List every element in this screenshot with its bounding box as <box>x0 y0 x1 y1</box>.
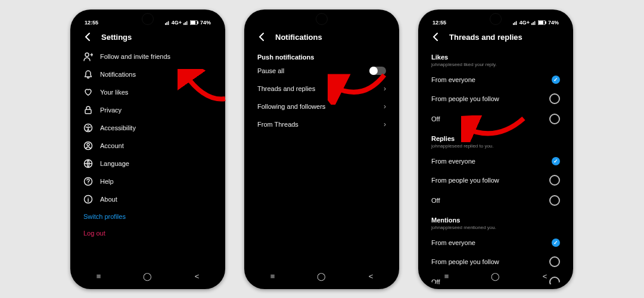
pause-all-toggle[interactable] <box>369 67 386 75</box>
group-head-likes: Likes <box>423 48 568 62</box>
settings-item-label: Accessibility <box>100 124 136 131</box>
svg-rect-21 <box>514 22 515 25</box>
log-out-link[interactable]: Log out <box>75 225 220 241</box>
back-button[interactable] <box>83 32 93 42</box>
nav-back[interactable]: < <box>543 272 547 281</box>
android-navbar[interactable]: ≡◯< <box>75 268 220 284</box>
chevron-right-icon: › <box>384 102 386 111</box>
settings-item-language[interactable]: Language <box>75 155 220 172</box>
svg-rect-7 <box>191 21 195 24</box>
option-label: From everyone <box>431 158 475 165</box>
notif-row-label: Threads and replies <box>257 85 315 92</box>
option-label: From people you follow <box>431 258 499 265</box>
group-hint: johnappleseed mentioned you. <box>423 225 568 234</box>
notif-row-label: From Threads <box>257 121 298 128</box>
network-icon <box>513 20 518 25</box>
svg-rect-28 <box>545 21 546 24</box>
globe-icon <box>83 159 93 168</box>
settings-item-account[interactable]: Account <box>75 137 220 155</box>
battery-pct: 74% <box>200 20 211 26</box>
nav-back[interactable]: < <box>195 272 200 281</box>
heart-icon <box>83 87 93 97</box>
battery-pct: 74% <box>548 20 559 26</box>
svg-point-9 <box>85 53 89 57</box>
status-time: 12:55 <box>433 20 446 26</box>
notif-row-from-threads[interactable]: From Threads› <box>249 115 394 133</box>
settings-item-follow-and-invite-friends[interactable]: Follow and invite friends <box>75 48 220 65</box>
radio-unselected[interactable] <box>549 175 560 186</box>
settings-item-label: Privacy <box>100 106 122 114</box>
settings-item-label: Language <box>100 160 129 167</box>
settings-item-accessibility[interactable]: Accessibility <box>75 119 220 137</box>
group-head-mentions: Mentions <box>423 211 568 225</box>
svg-rect-4 <box>185 22 186 25</box>
switch-profiles-link[interactable]: Switch profiles <box>75 208 220 225</box>
radio-unselected[interactable] <box>549 195 560 206</box>
pause-all-row[interactable]: Pause all <box>249 62 394 80</box>
page-title: Notifications <box>275 33 322 42</box>
notif-row-threads-and-replies[interactable]: Threads and replies› <box>249 80 394 98</box>
option-off[interactable]: Off <box>423 109 568 129</box>
settings-item-notifications[interactable]: Notifications <box>75 65 220 83</box>
radio-selected[interactable] <box>552 76 560 84</box>
svg-rect-10 <box>85 109 91 114</box>
option-label: From everyone <box>431 239 475 246</box>
group-hint: johnappleseed liked your reply. <box>423 62 568 71</box>
nav-home[interactable]: ◯ <box>317 272 326 281</box>
nav-back[interactable]: < <box>369 272 374 281</box>
bell-icon <box>83 70 93 79</box>
svg-rect-3 <box>183 23 185 25</box>
radio-selected[interactable] <box>552 239 560 247</box>
option-label: Off <box>431 197 440 204</box>
svg-rect-5 <box>186 21 188 25</box>
settings-item-label: Notifications <box>100 71 136 78</box>
help-icon <box>83 177 93 186</box>
settings-item-label: About <box>100 196 117 203</box>
settings-item-privacy[interactable]: Privacy <box>75 101 220 119</box>
signal-icon <box>531 20 536 25</box>
radio-unselected[interactable] <box>549 114 560 124</box>
svg-rect-24 <box>533 22 534 25</box>
option-from-everyone[interactable]: From everyone <box>423 152 568 170</box>
notif-row-following-and-followers[interactable]: Following and followers› <box>249 98 394 115</box>
settings-item-about[interactable]: About <box>75 190 220 208</box>
notif-row-label: Following and followers <box>257 103 325 110</box>
option-label: From people you follow <box>431 95 499 102</box>
nav-home[interactable]: ◯ <box>143 272 152 281</box>
chevron-right-icon: › <box>384 120 386 128</box>
info-icon <box>83 195 93 204</box>
group-head-replies: Replies <box>423 129 568 143</box>
svg-rect-25 <box>534 21 536 25</box>
radio-selected[interactable] <box>552 157 560 165</box>
signal-icon <box>183 20 188 25</box>
back-button[interactable] <box>431 32 441 42</box>
settings-item-label: Account <box>100 142 124 149</box>
option-from-everyone[interactable]: From everyone <box>423 234 568 252</box>
nav-recent[interactable]: ≡ <box>97 272 101 281</box>
svg-rect-20 <box>513 23 514 25</box>
group-hint: johnappleseed replied to you. <box>423 143 568 152</box>
settings-item-your-likes[interactable]: Your likes <box>75 83 220 101</box>
android-navbar[interactable]: ≡◯< <box>423 268 568 284</box>
user-plus-icon <box>83 52 93 61</box>
nav-home[interactable]: ◯ <box>491 272 500 281</box>
nav-recent[interactable]: ≡ <box>270 272 275 281</box>
radio-unselected[interactable] <box>549 256 560 267</box>
back-button[interactable] <box>257 32 267 42</box>
option-from-people-you-follow[interactable]: From people you follow <box>423 89 568 109</box>
settings-item-help[interactable]: Help <box>75 172 220 190</box>
option-from-everyone[interactable]: From everyone <box>423 71 568 89</box>
svg-rect-22 <box>516 21 517 25</box>
status-time: 12:55 <box>85 20 98 26</box>
android-navbar[interactable]: ≡◯< <box>249 268 394 284</box>
option-from-people-you-follow[interactable]: From people you follow <box>423 170 568 190</box>
option-off[interactable]: Off <box>423 190 568 211</box>
chevron-right-icon: › <box>384 84 386 93</box>
settings-item-label: Help <box>100 178 114 185</box>
svg-rect-27 <box>539 21 543 24</box>
radio-unselected[interactable] <box>549 93 560 104</box>
nav-recent[interactable]: ≡ <box>444 272 449 281</box>
settings-item-label: Follow and invite friends <box>100 53 170 60</box>
settings-item-label: Your likes <box>100 89 128 96</box>
pause-all-label: Pause all <box>257 67 284 74</box>
